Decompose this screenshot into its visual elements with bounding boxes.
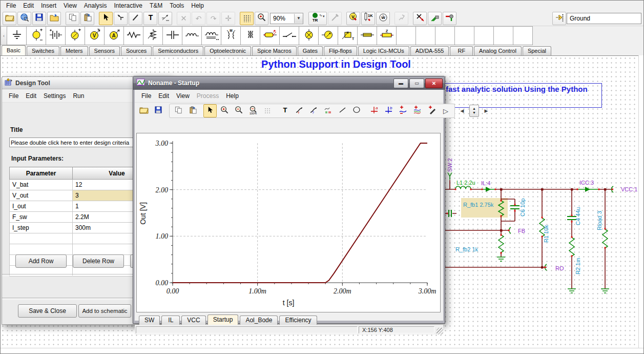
add-row-button[interactable]: Add Row (15, 254, 67, 268)
interactive-mode-button[interactable] (394, 12, 408, 25)
label-rfb2[interactable]: R_fb2 1k (455, 246, 479, 252)
component-coupled-inductors-button[interactable]: M (221, 26, 241, 45)
tab-switches[interactable]: Switches (27, 46, 59, 55)
label-ro[interactable]: RO (555, 265, 564, 271)
plot-window-titlebar[interactable]: Noname - Startup ▬ ▭ ✕ (133, 76, 445, 90)
plot-add-curves-button[interactable] (410, 104, 424, 117)
param-cell[interactable]: V_bat (10, 180, 73, 190)
label-r1[interactable]: R1 10k (543, 225, 549, 243)
menu-view[interactable]: View (60, 1, 80, 10)
plot-paste-button[interactable] (186, 104, 199, 117)
voltmeter-probe-button[interactable]: V (346, 12, 360, 25)
plot-axis-a-button[interactable]: a (367, 104, 381, 117)
component-voltmeter-button[interactable]: V (85, 26, 105, 45)
plot-zoom-out-button[interactable] (232, 104, 245, 117)
menu-interactive[interactable]: Interactive (111, 1, 146, 10)
copy-button[interactable] (66, 12, 79, 25)
menu-tm[interactable]: T&M (146, 1, 166, 10)
component-lamp-button[interactable] (299, 26, 319, 45)
tab-analog-control[interactable]: Analog Control (474, 46, 522, 55)
pin-delete-button[interactable] (413, 12, 427, 25)
resize-grip[interactable] (437, 328, 443, 335)
analysis-mode-button[interactable]: TR∿▾ (308, 12, 327, 25)
pin-probe-button[interactable] (443, 12, 456, 25)
param-cell[interactable]: I_out (10, 201, 73, 212)
plot-add-marker-button[interactable] (425, 104, 438, 117)
add-to-schematic-button[interactable]: Add to schematic (78, 304, 131, 318)
plot-open-button[interactable] (137, 104, 151, 117)
component-switch-button[interactable] (279, 26, 299, 45)
component-transformer-button[interactable] (240, 26, 260, 45)
tab-spice-macros[interactable]: Spice Macros (252, 46, 297, 55)
plot-save-button[interactable] (152, 104, 165, 117)
tab-sources[interactable]: Sources (121, 46, 152, 55)
plot-zoom-in-button[interactable] (218, 104, 231, 117)
tab-gates[interactable]: Gates (298, 46, 323, 55)
label-sw2[interactable]: SW:2 (447, 158, 453, 172)
horizontal-scroll-area[interactable] (1, 348, 644, 354)
align-node-button[interactable]: ✛ (221, 12, 235, 25)
component-voltage-generator-button[interactable] (65, 26, 85, 45)
circuit-schematic[interactable]: SW:2 L1 2.2u IL:4 ICC:3 VCC:1 R_fb1 2.75… (439, 149, 644, 306)
param-cell[interactable]: V_out (10, 190, 73, 201)
component-ground-button[interactable] (7, 26, 27, 45)
probe-tool-button[interactable] (328, 12, 342, 25)
tab-meters[interactable]: Meters (60, 46, 88, 55)
component-relay-button[interactable]: T (338, 26, 358, 45)
plot-svg[interactable]: 0.001.00m2.00m3.00m0.001.002.003.00 (137, 133, 440, 312)
zoom-level-combobox[interactable]: 90% ▼ (270, 13, 303, 24)
menu-analysis[interactable]: Analysis (80, 1, 111, 10)
menu-file[interactable]: File (3, 1, 19, 10)
tab-il[interactable]: IL (161, 316, 180, 325)
param-cell[interactable] (10, 244, 73, 255)
plot-select-button[interactable] (203, 104, 217, 117)
tab-adda555[interactable]: AD/DA-555 (410, 46, 449, 55)
plot-prev-button[interactable]: ◀ (455, 104, 469, 117)
menu-tools[interactable]: Tools (166, 1, 188, 10)
dt-menu-edit[interactable]: Edit (22, 91, 40, 101)
grid-toggle-button[interactable] (240, 12, 254, 25)
wattmeter-probe-button[interactable]: W∿ (376, 12, 390, 25)
label-r2[interactable]: R2 1m (575, 258, 581, 274)
tab-logic-ics[interactable]: Logic ICs-MCUs (358, 46, 409, 55)
delete-button[interactable]: ✕ (177, 12, 191, 25)
menu-edit[interactable]: Edit (19, 1, 37, 10)
wire-tool-button[interactable] (114, 12, 128, 25)
import-file-button[interactable] (47, 12, 61, 25)
plot-menu-help[interactable]: Help (222, 91, 242, 101)
plot-next-button[interactable]: ▶ (480, 104, 493, 117)
label-rload[interactable]: Rload 3 (596, 211, 603, 230)
plot-menu-edit[interactable]: Edit (155, 91, 173, 101)
plot-curve-edit-button[interactable]: T (293, 104, 306, 117)
pen-tool-button[interactable] (129, 12, 142, 25)
redo-button[interactable]: ↷ (206, 12, 220, 25)
plot-page-spinner[interactable]: ▲▼ (469, 105, 479, 117)
tab-vcc[interactable]: VCC (181, 316, 205, 325)
tab-special[interactable]: Special (523, 46, 551, 55)
plot-legend-button[interactable] (321, 104, 335, 117)
component-ammeter-button[interactable]: A (104, 26, 124, 45)
dt-menu-run[interactable]: Run (69, 91, 88, 101)
label-vcc1[interactable]: VCC:1 (621, 186, 637, 192)
component-inductor-button[interactable] (182, 26, 202, 45)
dt-menu-file[interactable]: File (5, 91, 22, 101)
column-header-parameter[interactable]: Parameter (10, 167, 73, 180)
select-tool-button[interactable] (99, 12, 113, 25)
impedance-probe-button[interactable]: 1K (361, 12, 375, 25)
component-potentiometer-button[interactable] (143, 26, 163, 45)
tab-sw[interactable]: SW (139, 316, 160, 325)
component-motor-button[interactable] (318, 26, 338, 45)
pin-connect-button[interactable] (428, 12, 442, 25)
tab-flip-flops[interactable]: Flip-flops (324, 46, 357, 55)
label-fb[interactable]: FB (518, 228, 525, 234)
text-tool-button[interactable]: T (143, 12, 157, 25)
tab-efficiency[interactable]: Efficiency (279, 316, 317, 325)
plot-curve-query-button[interactable]: ? (307, 104, 320, 117)
tab-rf[interactable]: RF (450, 46, 473, 55)
tab-startup[interactable]: Startup (207, 314, 239, 325)
tab-sensors[interactable]: Sensors (89, 46, 120, 55)
param-cell[interactable] (10, 233, 73, 244)
plot-ellipse-button[interactable] (350, 104, 363, 117)
component-iron-core-inductor-button[interactable] (201, 26, 221, 45)
component-optocoupler-button[interactable] (260, 26, 280, 45)
